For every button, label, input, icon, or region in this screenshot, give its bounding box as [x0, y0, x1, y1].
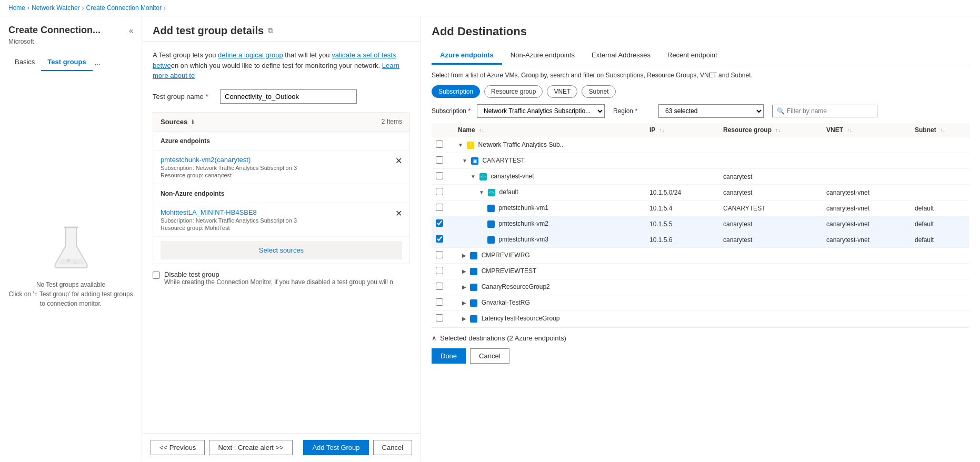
breadcrumb-create-connection-monitor[interactable]: Create Connection Monitor — [86, 4, 162, 12]
row-cb-vm2[interactable] — [436, 219, 443, 227]
th-name[interactable]: Name ↑↓ — [454, 123, 645, 137]
table-row: ▼ ▣ CANARYTEST — [432, 153, 969, 169]
expand-sub1-button[interactable]: ▼ — [458, 142, 463, 148]
source-item-0: pmtestchunk-vm2(canarytest) Subscription… — [153, 150, 409, 184]
row-ip-vm3: 10.1.5.6 — [645, 232, 719, 248]
filter-by-name-input[interactable] — [787, 107, 873, 115]
source-item-0-name[interactable]: pmtestchunk-vm2(canarytest) — [161, 156, 297, 164]
row-cb-sub1[interactable] — [436, 140, 443, 148]
row-ip-subnet1: 10.1.5.0/24 — [645, 185, 719, 200]
done-button[interactable]: Done — [432, 348, 466, 364]
pill-subscription[interactable]: Subscription — [432, 85, 480, 98]
define-link[interactable]: define a logical group — [218, 51, 283, 59]
row-name-rg4: ▶ CanaryResourceGroup2 — [454, 279, 645, 295]
row-cb-vm3[interactable] — [436, 235, 443, 243]
sidebar-collapse-button[interactable]: « — [129, 26, 133, 35]
destinations-table: Name ↑↓ IP ↑↓ Resource group ↑↓ VNET ↑↓ … — [432, 123, 969, 323]
expand-rg6-button[interactable]: ▶ — [462, 316, 466, 322]
add-destinations-panel: Add Destinations Azure endpoints Non-Azu… — [421, 16, 980, 461]
row-cb-rg4[interactable] — [436, 283, 443, 290]
previous-button[interactable]: << Previous — [151, 440, 205, 455]
table-row: pmetstchunk-vm1 10.1.5.4 CANARYTEST cana… — [432, 200, 969, 216]
row-ip-vm1: 10.1.5.4 — [645, 200, 719, 216]
expand-rg4-button[interactable]: ▶ — [462, 284, 466, 290]
row-cb-rg5[interactable] — [436, 298, 443, 306]
row-rg-vm3: canarytest — [719, 232, 822, 248]
row-name-vm2: pmtestchunk-vm2 — [454, 216, 645, 232]
tab-azure-endpoints[interactable]: Azure endpoints — [432, 47, 502, 65]
selected-destinations-header[interactable]: ∧ Selected destinations (2 Azure endpoin… — [432, 334, 969, 342]
expand-rg3-button[interactable]: ▶ — [462, 268, 466, 274]
breadcrumb-home[interactable]: Home — [8, 4, 25, 12]
row-cb-vnet1[interactable] — [436, 172, 443, 179]
table-row: ▼ ⭐ Network Traffic Analytics Sub.. — [432, 137, 969, 153]
next-button[interactable]: Next : Create alert >> — [209, 440, 292, 455]
vm-icon — [487, 220, 495, 228]
expand-vnet1-button[interactable]: ▼ — [471, 174, 476, 179]
group-name-label: Test group name * — [153, 93, 216, 101]
source-item-1-name[interactable]: MohittestLA_MININT-HB4SBE8 — [161, 208, 297, 216]
remove-source-1-button[interactable]: ✕ — [395, 208, 402, 218]
svg-point-1 — [67, 259, 70, 262]
th-vnet[interactable]: VNET ↑↓ — [822, 123, 911, 137]
remove-source-0-button[interactable]: ✕ — [395, 156, 402, 166]
expand-rg1-button[interactable]: ▼ — [462, 158, 467, 164]
rg-icon — [470, 284, 477, 291]
row-vnet-vm1: canarytest-vnet — [822, 200, 911, 216]
row-cb-rg3[interactable] — [436, 267, 443, 274]
chevron-up-icon: ∧ — [432, 334, 437, 342]
sidebar-empty-text: No Test groups availableClick on '+ Test… — [8, 280, 133, 308]
row-rg-vnet1: canarytest — [719, 169, 822, 185]
row-cb-vm1[interactable] — [436, 204, 443, 211]
row-cb-rg1[interactable] — [436, 156, 443, 164]
sources-count: 2 Items — [382, 118, 402, 125]
select-sources-button[interactable]: Select sources — [161, 241, 402, 259]
azure-endpoints-label: Azure endpoints — [153, 132, 409, 150]
disable-test-group-checkbox[interactable] — [153, 272, 160, 279]
add-destinations-title: Add Destinations — [432, 25, 969, 38]
filter-by-name-box[interactable]: 🔍 — [772, 105, 877, 117]
table-header-row: Name ↑↓ IP ↑↓ Resource group ↑↓ VNET ↑↓ … — [432, 123, 969, 137]
footer-cancel-button[interactable]: Cancel — [373, 440, 412, 455]
table-row: ▶ CMPREVIEWRG — [432, 248, 969, 264]
tab-test-groups[interactable]: Test groups — [41, 54, 92, 71]
row-vnet-vm3: canarytest-vnet — [822, 232, 911, 248]
th-ip[interactable]: IP ↑↓ — [645, 123, 719, 137]
expand-subnet1-button[interactable]: ▼ — [479, 189, 484, 195]
left-footer-bar: << Previous Next : Create alert >> Add T… — [142, 433, 421, 461]
row-ip-vm2: 10.1.5.5 — [645, 216, 719, 232]
row-rg-vm1: CANARYTEST — [719, 200, 822, 216]
tab-recent-endpoint[interactable]: Recent endpoint — [659, 47, 726, 65]
tab-non-azure-endpoints[interactable]: Non-Azure endpoints — [502, 47, 583, 65]
table-row: ▼ <> canarytest-vnet canarytest — [432, 169, 969, 185]
region-filter-label: Region * — [613, 107, 655, 115]
pill-resource-group[interactable]: Resource group — [484, 85, 543, 98]
subscription-filter-select[interactable]: Network Traffic Analytics Subscriptio... — [477, 104, 605, 118]
action-buttons: Done Cancel — [432, 348, 969, 364]
add-test-group-button[interactable]: Add Test Group — [303, 440, 368, 455]
th-resource-group[interactable]: Resource group ↑↓ — [719, 123, 822, 137]
learn-more-link[interactable]: Learn more about te — [153, 62, 399, 80]
th-subnet[interactable]: Subnet ↑↓ — [911, 123, 969, 137]
group-name-input[interactable] — [220, 89, 357, 104]
row-cb-subnet1[interactable] — [436, 188, 443, 195]
tab-more-button[interactable]: ... — [93, 54, 103, 71]
row-name-sub1: ▼ ⭐ Network Traffic Analytics Sub.. — [454, 137, 645, 153]
tab-external-addresses[interactable]: External Addresses — [583, 47, 659, 65]
breadcrumb-network-watcher[interactable]: Network Watcher — [32, 4, 80, 12]
right-cancel-button[interactable]: Cancel — [470, 348, 509, 364]
row-cb-rg6[interactable] — [436, 314, 443, 322]
row-name-rg1: ▼ ▣ CANARYTEST — [454, 153, 645, 169]
sidebar: Create Connection... « Microsoft Basics … — [0, 16, 142, 461]
tab-basics[interactable]: Basics — [8, 54, 41, 71]
row-subnet-vm1: default — [911, 200, 969, 216]
expand-rg5-button[interactable]: ▶ — [462, 300, 466, 306]
disable-test-label: Disable test group — [164, 270, 393, 278]
pill-subnet[interactable]: Subnet — [582, 85, 615, 98]
expand-rg2-button[interactable]: ▶ — [462, 253, 466, 258]
row-cb-rg2[interactable] — [436, 251, 443, 258]
rg-icon — [470, 252, 477, 259]
region-filter-select[interactable]: 63 selected — [658, 104, 764, 118]
pill-vnet[interactable]: VNET — [547, 85, 577, 98]
sidebar-header: Create Connection... « — [8, 25, 133, 36]
